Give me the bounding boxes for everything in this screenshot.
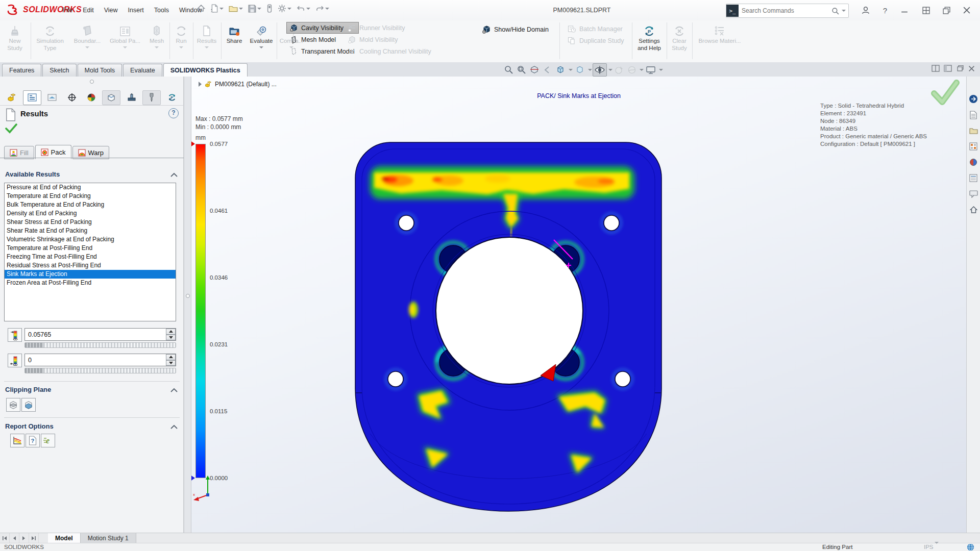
list-item[interactable]: Frozen Area at Post-Filling End (5, 279, 176, 287)
settings-gear-dropdown[interactable] (287, 8, 291, 10)
split-pane-icon[interactable] (932, 65, 940, 72)
pane-close-icon[interactable] (968, 65, 975, 72)
apply-scene-dropdown[interactable] (640, 69, 644, 71)
undo-dropdown[interactable] (306, 8, 310, 10)
tree-node-label[interactable]: PM009621 (Default) ... (215, 81, 277, 88)
save-button[interactable] (247, 3, 263, 14)
search-dropdown[interactable] (842, 10, 846, 12)
panel-collapse-handle[interactable] (90, 80, 94, 84)
redo-dropdown[interactable] (325, 8, 329, 10)
min-slider-thumb[interactable] (25, 368, 43, 373)
tab-mold-tools[interactable]: Mold Tools (78, 64, 122, 77)
list-item[interactable]: Density at End of Packing (5, 209, 176, 218)
panes-button[interactable] (917, 0, 935, 20)
tab-motion-study-1[interactable]: Motion Study 1 (81, 533, 136, 543)
menu-tools[interactable]: Tools (149, 0, 174, 20)
close-button[interactable] (958, 0, 976, 20)
splitter-handle[interactable] (186, 294, 190, 298)
featuremanager-tree-tab[interactable] (3, 91, 20, 105)
settings-and-help-button[interactable]: P Settingsand Help (633, 20, 666, 62)
restore-button[interactable] (937, 0, 955, 20)
share-button[interactable]: Share (222, 20, 247, 62)
custom-properties-icon[interactable] (968, 173, 978, 183)
save-dropdown[interactable] (257, 8, 261, 10)
max-value-slider[interactable] (24, 342, 176, 348)
search-commands-box[interactable]: >_ (726, 4, 849, 18)
open-document-dropdown[interactable] (239, 8, 243, 10)
view-orientation-dropdown[interactable] (569, 69, 573, 71)
max-spin-down[interactable] (166, 335, 176, 341)
configurationmanager-tab[interactable] (43, 91, 61, 105)
panel-help-icon[interactable]: ? (168, 108, 179, 118)
list-item[interactable]: Temperature at End of Packing (5, 192, 176, 201)
tree-expand-arrow[interactable] (199, 82, 202, 87)
list-item[interactable]: Bulk Temperature at End of Packing (5, 201, 176, 209)
legend-max-marker[interactable] (191, 141, 195, 147)
collapse-clipping-icon[interactable] (170, 388, 178, 392)
part-model-3d[interactable] (319, 128, 829, 515)
tab-scroll-last[interactable] (29, 533, 39, 543)
view-palette-icon[interactable] (968, 141, 978, 152)
tab-scroll-prev[interactable] (10, 533, 19, 543)
min-value-slider[interactable] (24, 368, 176, 373)
menu-file[interactable]: File (57, 0, 78, 20)
plastics-boundary-tab[interactable] (102, 90, 120, 105)
evaluate-ribbon-button[interactable]: Evaluate (247, 20, 276, 62)
collapse-available-icon[interactable] (170, 172, 178, 177)
dimxpertmanager-tab[interactable] (63, 91, 81, 105)
list-item[interactable]: Volumetric Shrinkage at End of Packing (5, 235, 176, 244)
new-document-dropdown[interactable] (219, 8, 224, 10)
search-input[interactable] (739, 7, 831, 14)
tab-sketch[interactable]: Sketch (42, 64, 76, 77)
max-value-input[interactable] (24, 328, 176, 341)
zoom-area-button[interactable] (516, 64, 528, 76)
tab-pack[interactable]: Pack (35, 145, 71, 159)
print-button[interactable] (265, 3, 274, 14)
view-settings-button[interactable] (644, 64, 657, 76)
propertymanager-tab[interactable] (23, 90, 41, 105)
list-item[interactable]: Residual Stress at Post-Filling End (5, 261, 176, 270)
min-spin-up[interactable] (166, 354, 176, 360)
account-button[interactable] (856, 0, 875, 20)
available-results-list[interactable]: Pressure at End of Packing Temperature a… (4, 183, 176, 321)
appearances-scenes-icon[interactable] (968, 157, 978, 167)
max-slider-thumb[interactable] (25, 343, 43, 347)
design-library-icon[interactable] (968, 110, 978, 120)
clipping-plane-x-button[interactable] (6, 398, 20, 412)
view-settings-dropdown[interactable] (659, 69, 663, 71)
plastics-settings-tab[interactable]: P (163, 91, 181, 105)
tab-model[interactable]: Model (48, 533, 81, 543)
plastics-injection-tab[interactable] (123, 91, 140, 105)
list-item-selected[interactable]: Sink Marks at Ejection (5, 270, 176, 279)
home-panel-icon[interactable] (968, 205, 978, 215)
menu-insert[interactable]: Insert (123, 0, 149, 20)
show-hide-domain-button[interactable]: Show/Hide Domain (479, 23, 553, 35)
3dexperience-icon[interactable] (968, 94, 978, 104)
list-item[interactable]: Shear Stress at End of Packing (5, 218, 176, 227)
max-spin-up[interactable] (166, 329, 176, 335)
forum-icon[interactable] (968, 189, 978, 199)
tab-solidworks-plastics[interactable]: SOLIDWORKS Plastics (163, 63, 248, 77)
home-button[interactable] (195, 3, 207, 14)
section-view-button[interactable] (528, 64, 541, 76)
tab-scroll-next[interactable] (19, 533, 29, 543)
collapse-report-icon[interactable] (170, 424, 178, 429)
file-explorer-icon[interactable] (968, 126, 978, 136)
web-help-globe-icon[interactable] (967, 543, 974, 551)
hide-show-items-button[interactable] (593, 63, 607, 77)
panel-splitter[interactable] (184, 77, 191, 533)
view-orientation-button[interactable] (554, 64, 567, 76)
new-document-button[interactable] (209, 3, 225, 14)
tab-features[interactable]: Features (2, 64, 41, 77)
display-style-button[interactable] (573, 64, 586, 76)
undo-button[interactable] (295, 3, 312, 14)
tab-scroll-first[interactable] (0, 533, 10, 543)
settings-gear-button[interactable] (276, 3, 293, 14)
min-spin-down[interactable] (166, 360, 176, 366)
hide-show-items-dropdown[interactable] (608, 69, 612, 71)
min-value-input[interactable] (24, 354, 176, 366)
pane-restore-icon[interactable] (956, 65, 964, 72)
graphics-viewport[interactable]: PM009621 (Default) ... PACK/ Sink Marks … (191, 77, 966, 533)
open-document-button[interactable] (227, 3, 244, 14)
max-clip-button[interactable] (8, 328, 22, 342)
